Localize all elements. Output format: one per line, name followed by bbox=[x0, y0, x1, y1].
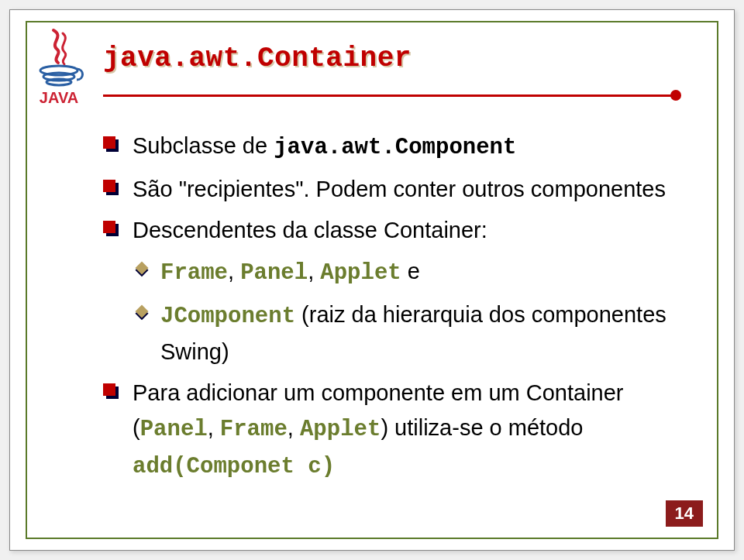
bullet-text: Frame, Panel, Applet e bbox=[160, 254, 670, 291]
code-text: add(Componet c) bbox=[133, 454, 335, 479]
text: e bbox=[401, 259, 420, 283]
bullet-item: Descendentes da classe Container: bbox=[103, 213, 670, 248]
code-text: java.awt.Component bbox=[274, 135, 516, 160]
text: , bbox=[208, 415, 220, 440]
svg-text:JAVA: JAVA bbox=[40, 89, 78, 106]
bullet-square-icon bbox=[103, 383, 122, 402]
java-logo: JAVA bbox=[30, 26, 88, 109]
code-text: Frame bbox=[220, 417, 288, 442]
text: , bbox=[288, 415, 300, 440]
code-text: Panel bbox=[140, 417, 208, 442]
code-text: Panel bbox=[240, 260, 308, 286]
sub-bullet-item: Frame, Panel, Applet e bbox=[137, 254, 670, 291]
code-text: JComponent bbox=[160, 304, 295, 329]
code-text: Applet bbox=[320, 260, 401, 286]
slide-title: java.awt.Container bbox=[103, 43, 717, 74]
bullet-square-icon bbox=[103, 180, 122, 198]
code-text: Applet bbox=[300, 417, 381, 442]
text: ) utiliza-se o método bbox=[381, 415, 583, 440]
bullet-square-icon bbox=[103, 136, 122, 155]
text: Subclasse de bbox=[133, 133, 274, 158]
bullet-diamond-icon bbox=[137, 307, 151, 321]
bullet-text: JComponent (raiz da hierarquia dos compo… bbox=[160, 297, 670, 369]
bullet-text: Descendentes da classe Container: bbox=[133, 213, 670, 248]
bullet-item: São "recipientes". Podem conter outros c… bbox=[103, 172, 670, 207]
bullet-square-icon bbox=[103, 221, 122, 239]
bullet-diamond-icon bbox=[137, 263, 151, 277]
slide-content: Subclasse de java.awt.Component São "rec… bbox=[103, 129, 670, 484]
bullet-item: Para adicionar um componente em um Conta… bbox=[103, 376, 670, 485]
slide-frame: JAVA java.awt.Container Subclasse de jav… bbox=[26, 21, 718, 539]
bullet-text: Para adicionar um componente em um Conta… bbox=[133, 376, 670, 485]
text: , bbox=[308, 259, 320, 283]
code-text: Frame bbox=[160, 260, 228, 286]
bullet-text: São "recipientes". Podem conter outros c… bbox=[133, 172, 670, 207]
svg-point-2 bbox=[46, 79, 71, 85]
text: , bbox=[228, 259, 240, 283]
title-divider bbox=[103, 91, 677, 99]
bullet-item: Subclasse de java.awt.Component bbox=[103, 129, 670, 166]
slide-page: JAVA java.awt.Container Subclasse de jav… bbox=[9, 9, 735, 551]
sub-bullet-item: JComponent (raiz da hierarquia dos compo… bbox=[137, 297, 670, 369]
bullet-text: Subclasse de java.awt.Component bbox=[133, 129, 670, 166]
page-number: 14 bbox=[666, 500, 703, 527]
